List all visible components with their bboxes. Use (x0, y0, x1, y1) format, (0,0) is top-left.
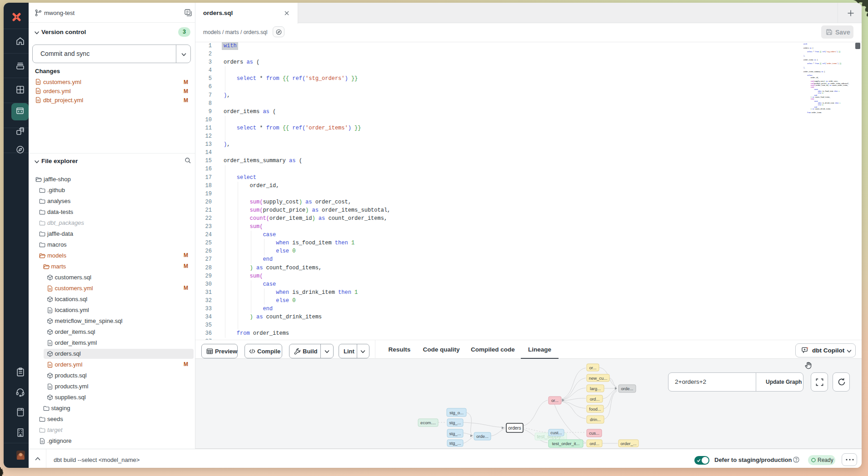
svg-text:larg...: larg... (590, 386, 601, 391)
svg-text:orde...: orde... (621, 386, 634, 391)
svg-text:test_order_it...: test_order_it... (552, 441, 580, 446)
svg-text:or...: or... (551, 398, 559, 403)
svg-text:ord...: ord... (589, 441, 599, 446)
svg-text:ord...: ord... (590, 397, 600, 402)
svg-text:orders: orders (508, 426, 521, 431)
svg-text:orde...: orde... (476, 434, 489, 439)
svg-text:cust...: cust... (550, 430, 562, 435)
svg-text:food...: food... (589, 407, 601, 412)
svg-text:stg_...: stg_... (449, 431, 461, 436)
svg-text:or...: or... (589, 365, 597, 370)
svg-text:new_cu...: new_cu... (589, 376, 608, 381)
svg-text:ecom....: ecom.... (420, 420, 436, 425)
svg-text:stg_...: stg_... (449, 441, 461, 446)
svg-text:order_...: order_... (620, 441, 636, 446)
svg-text:drin...: drin... (590, 417, 601, 422)
svg-text:stg_o...: stg_o... (449, 410, 464, 415)
svg-text:stg_...: stg_... (449, 420, 461, 425)
svg-text:cus...: cus... (589, 431, 599, 436)
